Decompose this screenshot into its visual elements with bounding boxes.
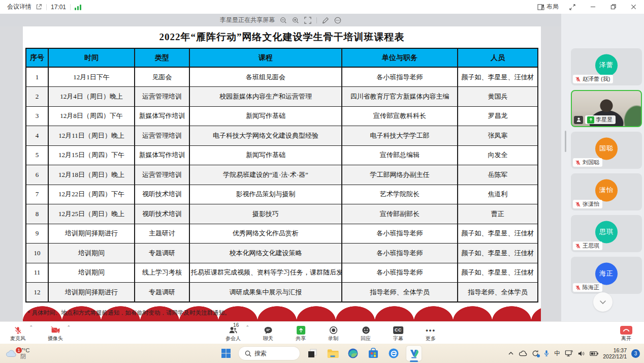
close-button[interactable]: [627, 2, 640, 12]
table-cell: 各小班指导老师: [342, 224, 458, 244]
fit-screen-icon[interactable]: [304, 17, 311, 24]
minimize-button[interactable]: [586, 2, 599, 12]
camera-options-caret[interactable]: ⌃: [67, 325, 71, 330]
table-cell: 宣传部副部长: [342, 204, 458, 224]
participant-tile[interactable]: 国聪刘国聪: [571, 132, 642, 169]
table-cell: 宣传部宣教科科长: [342, 106, 458, 126]
table-cell: 视听技术培训: [135, 185, 189, 204]
meeting-details-button[interactable]: 会议详情: [7, 3, 31, 11]
participants-sidebar: 泽蕾赵泽蕾 (我)李星昱国聪刘国聪潇怡张潇怡思琪王思琪海正陈海正: [561, 14, 644, 321]
camera-off-icon: [51, 325, 60, 335]
layout-button[interactable]: 布局: [537, 3, 559, 11]
table-cell: 学工部网络办副主任: [342, 165, 458, 185]
table-cell: 1: [26, 67, 48, 87]
participants-button[interactable]: 参会人 16 ⌃: [222, 322, 244, 344]
table-row: 10培训期间专题调研校本化网络文化建设策略各小班指导老师颜子如、李星昱、汪佳材: [26, 244, 538, 263]
notification-badge[interactable]: 3: [631, 349, 640, 358]
divider: [70, 4, 71, 10]
document-footnote: ＊具体时间、地点和方式将提前通知，如有临时变动，请同学及时关注群通知。: [26, 309, 231, 317]
sidebar-scrollbar[interactable]: [565, 131, 566, 152]
mic-button[interactable]: 麦克风 ⌃: [9, 322, 26, 344]
table-cell: 各小班指导老师: [342, 263, 458, 283]
share-more-icon[interactable]: [334, 17, 341, 24]
record-button[interactable]: 录制: [325, 322, 342, 344]
tray-mic-icon[interactable]: [543, 350, 550, 357]
table-row: 412月11日（周日）晚上运营管理培训电子科技大学网络文化建设典型经验电子科技大…: [26, 126, 538, 146]
camera-button[interactable]: 摄像头 ⌃: [47, 322, 64, 344]
table-cell: 12月18日（周日）晚上: [48, 165, 135, 185]
annotate-pen-icon[interactable]: [322, 17, 329, 24]
table-cell: 学院易班建设的“道·法·术·器”: [189, 165, 342, 185]
participant-name: 赵泽蕾 (我): [573, 75, 613, 83]
tray-chevron-up-icon[interactable]: [508, 350, 514, 356]
tray-clock[interactable]: 16:37 2022/12/1: [603, 347, 627, 359]
participant-tile[interactable]: 泽蕾赵泽蕾 (我): [571, 48, 642, 85]
table-cell: 新媒体写作培训: [135, 145, 189, 165]
layout-icon: [537, 4, 544, 10]
table-cell: 视听技术培训: [135, 204, 189, 224]
table-cell: 11: [26, 263, 48, 283]
table-cell: 各小班指导老师: [342, 244, 458, 263]
reactions-button[interactable]: 回应: [357, 322, 374, 344]
maximize-button[interactable]: [606, 2, 620, 12]
zoom-in-icon[interactable]: [292, 17, 299, 24]
meeting-titlebar: 会议详情 17:01 布局: [0, 0, 644, 14]
table-cell: 校本化网络文化建设策略: [189, 244, 342, 263]
leave-phone-icon: [620, 326, 632, 335]
sync-icon[interactable]: [532, 350, 539, 357]
participant-name: 刘国聪: [573, 158, 602, 167]
task-view-button[interactable]: [305, 346, 320, 361]
meeting-app-button[interactable]: [406, 346, 422, 361]
weather-widget[interactable]: 1 7°C 阴: [5, 347, 29, 359]
participant-name: 陈海正: [573, 283, 602, 292]
share-screen-button[interactable]: 共享: [292, 322, 309, 344]
fullscreen-icon[interactable]: [566, 2, 579, 12]
table-cell: 线上学习考核: [135, 263, 189, 283]
table-header-row: 序号时间类型课程单位与职务人员: [26, 48, 538, 67]
table-cell: 培训期间: [48, 263, 135, 283]
shared-screen-region: 2022年“雁阵行动”网络文化建设学生骨干培训班课程表 序号时间类型课程单位与职…: [0, 26, 561, 321]
volume-icon[interactable]: [577, 350, 585, 357]
avatar: 思琪: [595, 221, 618, 243]
windows-logo-icon: [220, 348, 232, 359]
mic-options-caret[interactable]: ⌃: [29, 325, 33, 330]
table-cell: 黄国兵: [458, 87, 538, 107]
start-button[interactable]: [218, 346, 234, 361]
taskbar-search[interactable]: 搜索: [239, 347, 300, 360]
meeting-duration: 17:01: [51, 4, 66, 11]
participant-tile[interactable]: 思琪王思琪: [571, 215, 642, 252]
participant-tile[interactable]: 潇怡张潇怡: [571, 173, 642, 210]
table-cell: 影视作品策划与摄制: [189, 185, 342, 204]
chat-icon: [264, 325, 273, 335]
onedrive-icon[interactable]: [519, 350, 527, 356]
network-signal-icon: [75, 4, 81, 10]
divider: [46, 4, 47, 10]
e-browser-button[interactable]: [386, 346, 401, 361]
scroll-more-button[interactable]: [593, 292, 613, 312]
microsoft-store-button[interactable]: [366, 346, 381, 361]
battery-icon[interactable]: [590, 351, 598, 356]
participant-tile[interactable]: 李星昱: [571, 90, 642, 127]
captions-button[interactable]: CC 字幕: [390, 322, 407, 344]
ime-indicator[interactable]: 中: [554, 349, 560, 358]
mic-muted-icon: [14, 325, 22, 335]
more-button[interactable]: ••• 更多: [422, 322, 439, 344]
table-cell: 岳陈军: [458, 165, 538, 185]
table-cell: 颜子如、李星昱、汪佳材: [458, 244, 538, 263]
edge-browser-button[interactable]: [345, 346, 361, 361]
participants-caret[interactable]: ⌃: [246, 325, 250, 330]
leave-meeting-button[interactable]: 离开: [618, 322, 635, 344]
table-row: 11培训期间线上学习考核托易班课群完成视频、资料等学习任务，课群随后发各小班指导…: [26, 263, 538, 283]
file-explorer-button[interactable]: [325, 346, 340, 361]
export-icon[interactable]: [36, 4, 42, 10]
table-cell: 张凤寒: [458, 126, 538, 146]
participant-tile[interactable]: 海正陈海正: [571, 257, 642, 294]
zoom-out-icon[interactable]: [280, 17, 287, 24]
cast-display-icon[interactable]: [565, 350, 573, 357]
table-cell: 8: [26, 204, 48, 224]
table-cell: 曹正: [458, 204, 538, 224]
chat-button[interactable]: 聊天: [260, 322, 277, 344]
table-cell: 12月1日下午: [48, 67, 135, 87]
table-cell: 专题调研: [135, 283, 189, 302]
mic-muted-icon: [575, 243, 581, 249]
